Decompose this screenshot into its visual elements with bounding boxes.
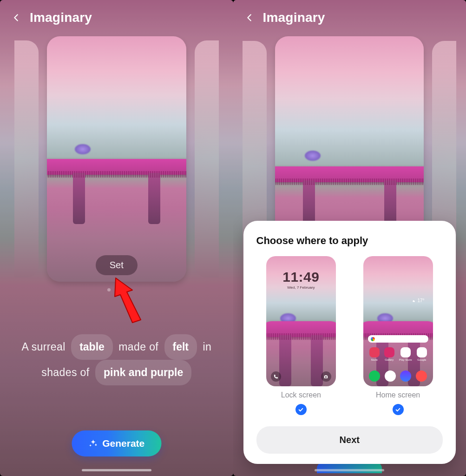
- wallpaper-carousel[interactable]: Set: [0, 36, 233, 282]
- header: Imaginary: [0, 0, 233, 35]
- carousel-dots: [0, 288, 233, 291]
- apply-dialog: Choose where to apply 11:49 Wed, 7 Febru…: [243, 221, 456, 464]
- set-button[interactable]: Set: [96, 255, 138, 275]
- prompt-text: A surreal table made of felt in shades o…: [9, 334, 224, 385]
- prompt-word: made of: [118, 341, 158, 353]
- carousel-next-peek[interactable]: [195, 40, 219, 278]
- prompt-word: in: [203, 341, 211, 353]
- option-label: Lock screen: [281, 391, 321, 399]
- dock: [363, 370, 433, 382]
- browser-app-icon: [400, 370, 411, 382]
- page-title: Imaginary: [263, 10, 325, 25]
- phone-app-icon: [369, 370, 380, 382]
- wallpaper-image: [47, 36, 186, 282]
- lock-screen-preview: 11:49 Wed, 7 February: [266, 256, 336, 386]
- phone-icon: [271, 371, 281, 382]
- lock-clock: 11:49 Wed, 7 February: [266, 269, 336, 290]
- prompt-chip-subject[interactable]: table: [71, 334, 113, 360]
- checkbox-checked[interactable]: [295, 404, 307, 415]
- home-indicator[interactable]: [82, 469, 151, 471]
- carousel-prev-peek[interactable]: [14, 40, 39, 278]
- prompt-chip-colors[interactable]: pink and purple: [95, 360, 191, 385]
- home-indicator[interactable]: [315, 469, 384, 471]
- apply-options: 11:49 Wed, 7 February Lock screen: [256, 256, 443, 415]
- prompt-chip-material[interactable]: felt: [164, 334, 197, 360]
- checkbox-checked[interactable]: [393, 404, 404, 415]
- screenshot-left-pane: Imaginary Set A surreal table made of fe…: [0, 0, 233, 476]
- google-icon: [371, 337, 375, 341]
- messages-app-icon: [385, 370, 396, 382]
- prompt-word: shades of: [41, 366, 89, 378]
- back-icon[interactable]: [244, 13, 255, 23]
- generate-button[interactable]: Generate: [72, 430, 161, 456]
- dot-active: [115, 288, 118, 291]
- camera-icon: [321, 371, 331, 382]
- generate-label: Generate: [102, 438, 144, 449]
- camera-app-icon: [416, 370, 427, 382]
- dot: [122, 288, 125, 291]
- option-lock-screen[interactable]: 11:49 Wed, 7 February Lock screen: [266, 256, 336, 415]
- prompt-word: A surreal: [21, 341, 65, 353]
- option-label: Home screen: [376, 391, 420, 399]
- screenshot-right-pane: Imaginary Choose where to apply 11:49 W: [233, 0, 466, 476]
- back-icon[interactable]: [11, 13, 21, 23]
- page-title: Imaginary: [30, 10, 92, 25]
- home-screen-preview: 17° Store Gallery Play Store Google: [363, 256, 433, 386]
- lock-date: Wed, 7 February: [266, 285, 336, 290]
- dot: [107, 288, 111, 291]
- next-button[interactable]: Next: [256, 426, 443, 454]
- wallpaper-preview[interactable]: Set: [47, 36, 186, 282]
- sparkle-icon: [88, 439, 98, 448]
- search-bar: [368, 335, 428, 343]
- option-home-screen[interactable]: 17° Store Gallery Play Store Google: [363, 256, 433, 415]
- lock-time: 11:49: [266, 269, 336, 285]
- dialog-title: Choose where to apply: [256, 235, 443, 247]
- header: Imaginary: [233, 0, 466, 35]
- weather-temp: 17°: [418, 298, 425, 303]
- weather-widget: 17°: [412, 298, 425, 303]
- app-row: Store Gallery Play Store Google: [363, 347, 433, 361]
